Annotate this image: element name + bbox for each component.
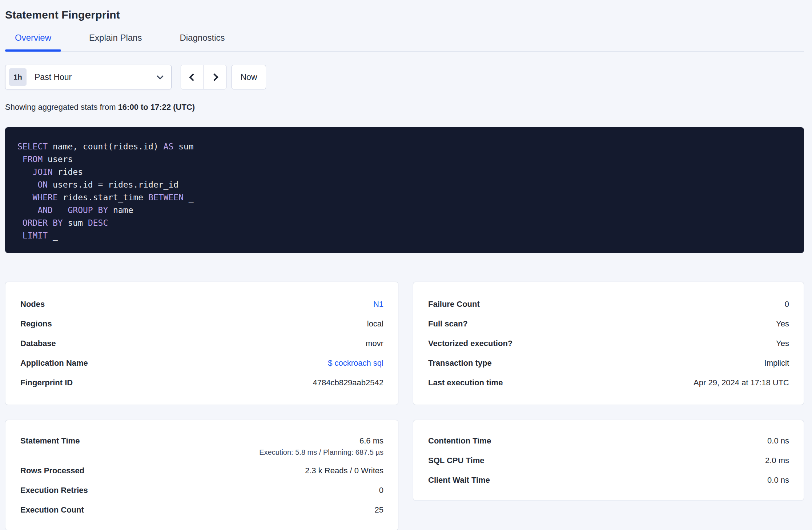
sql-token: rides.start_time bbox=[58, 193, 148, 202]
sql-token: name, count(rides.id) bbox=[48, 142, 164, 151]
aggregated-stats-line: Showing aggregated stats from 16:00 to 1… bbox=[5, 103, 804, 112]
tab-overview[interactable]: Overview bbox=[5, 33, 61, 51]
stat-value: 2.0 ms bbox=[765, 456, 789, 465]
stat-label: Transaction type bbox=[428, 358, 492, 368]
stat-value-link[interactable]: N1 bbox=[373, 300, 383, 309]
sql-keyword: FROM bbox=[23, 154, 43, 164]
tab-explain-plans[interactable]: Explain Plans bbox=[79, 33, 152, 51]
sql-keyword: BETWEEN bbox=[148, 193, 184, 202]
stat-label: Rows Processed bbox=[20, 466, 84, 475]
sql-token: rides bbox=[53, 167, 83, 177]
stat-label: Statement Time bbox=[20, 436, 80, 446]
sql-keyword: ORDER BY bbox=[23, 218, 63, 228]
stat-row: Rows Processed2.3 k Reads / 0 Writes bbox=[20, 466, 383, 475]
sql-token: users bbox=[43, 154, 73, 164]
stat-row: Execution Count25 bbox=[20, 505, 383, 515]
overview-card-right: Failure Count0Full scan?YesVectorized ex… bbox=[413, 282, 804, 405]
time-range-dropdown[interactable]: 1h Past Hour bbox=[5, 65, 172, 89]
stat-subvalue: Execution: 5.8 ms / Planning: 687.5 µs bbox=[20, 448, 383, 457]
sql-keyword: JOIN bbox=[33, 167, 53, 177]
stat-label: Last execution time bbox=[428, 378, 503, 388]
sql-keyword: GROUP BY bbox=[68, 205, 108, 215]
stat-value: 0.0 ns bbox=[767, 475, 789, 485]
stat-row: Application Name$ cockroach sql bbox=[20, 358, 383, 368]
stat-row: SQL CPU Time2.0 ms bbox=[428, 456, 789, 465]
stat-row: Contention Time0.0 ns bbox=[428, 436, 789, 446]
sql-statement-box: SELECT name, count(rides.id) AS sum FROM… bbox=[5, 127, 804, 253]
sql-line: LIMIT _ bbox=[17, 229, 791, 242]
time-controls: 1h Past Hour Now bbox=[5, 65, 804, 89]
overview-card-left: NodesN1RegionslocalDatabasemovrApplicati… bbox=[5, 282, 398, 405]
sql-token bbox=[17, 154, 23, 164]
sql-keyword: SELECT bbox=[17, 142, 48, 151]
stat-value: 25 bbox=[375, 505, 383, 515]
stat-value: local bbox=[367, 319, 383, 329]
stat-value: movr bbox=[366, 339, 383, 348]
page-title: Statement Fingerprint bbox=[5, 0, 804, 21]
stat-row: Client Wait Time0.0 ns bbox=[428, 475, 789, 485]
stat-label: Database bbox=[20, 339, 56, 348]
sql-keyword: WHERE bbox=[33, 193, 58, 202]
sql-line: FROM users bbox=[17, 153, 791, 166]
stat-row: Databasemovr bbox=[20, 339, 383, 348]
stat-label: Execution Count bbox=[20, 505, 84, 515]
tab-bar: OverviewExplain PlansDiagnostics bbox=[5, 33, 804, 52]
sql-line: ON users.id = rides.rider_id bbox=[17, 178, 791, 191]
chevron-down-icon bbox=[157, 73, 163, 79]
stat-label: SQL CPU Time bbox=[428, 456, 484, 465]
stat-label: Execution Retries bbox=[20, 486, 88, 495]
stat-label: Nodes bbox=[20, 300, 45, 309]
time-range-label: Past Hour bbox=[35, 72, 72, 82]
stat-label: Client Wait Time bbox=[428, 475, 490, 485]
sql-token: _ bbox=[53, 205, 68, 215]
stat-label: Regions bbox=[20, 319, 52, 329]
chevron-right-icon bbox=[210, 73, 218, 81]
stat-row: Failure Count0 bbox=[428, 300, 789, 309]
sql-line: WHERE rides.start_time BETWEEN _ bbox=[17, 191, 791, 204]
timing-card-left: Statement Time6.6 msExecution: 5.8 ms / … bbox=[5, 420, 398, 530]
sql-token bbox=[17, 193, 33, 202]
stat-row: Execution Retries0 bbox=[20, 486, 383, 495]
aggregated-stats-prefix: Showing aggregated stats from bbox=[5, 103, 118, 112]
stat-value: 4784cb829aab2542 bbox=[313, 378, 383, 388]
now-button[interactable]: Now bbox=[232, 65, 266, 89]
stat-row: Statement Time6.6 ms bbox=[20, 436, 383, 446]
sql-keyword: DESC bbox=[88, 218, 108, 228]
stat-row: Transaction typeImplicit bbox=[428, 358, 789, 368]
sql-keyword: AS bbox=[164, 142, 174, 151]
sql-token: sum bbox=[63, 218, 88, 228]
next-time-range-button[interactable] bbox=[204, 65, 226, 89]
stat-row: Last execution timeApr 29, 2024 at 17:18… bbox=[428, 378, 789, 388]
stat-row: Vectorized execution?Yes bbox=[428, 339, 789, 348]
stat-row: Regionslocal bbox=[20, 319, 383, 329]
sql-token: _ bbox=[184, 193, 194, 202]
statement-fingerprint-page: Statement Fingerprint OverviewExplain Pl… bbox=[0, 0, 812, 530]
stat-label: Application Name bbox=[20, 358, 88, 368]
sql-token bbox=[17, 218, 23, 228]
time-range-badge: 1h bbox=[9, 68, 27, 86]
stat-value: 0.0 ns bbox=[767, 436, 789, 446]
stat-label: Failure Count bbox=[428, 300, 480, 309]
stat-value-link[interactable]: $ cockroach sql bbox=[328, 358, 383, 368]
stat-value: Apr 29, 2024 at 17:18 UTC bbox=[694, 378, 789, 388]
stat-value: 6.6 ms bbox=[359, 436, 383, 446]
stat-value: Implicit bbox=[764, 358, 789, 368]
sql-token: sum bbox=[173, 142, 193, 151]
aggregated-stats-range: 16:00 to 17:22 (UTC) bbox=[118, 103, 195, 112]
stat-value: Yes bbox=[776, 339, 789, 348]
tab-diagnostics[interactable]: Diagnostics bbox=[170, 33, 234, 51]
previous-time-range-button[interactable] bbox=[181, 65, 204, 89]
sql-keyword: ON bbox=[37, 180, 48, 189]
stats-cards: NodesN1RegionslocalDatabasemovrApplicati… bbox=[5, 282, 804, 530]
chevron-left-icon bbox=[189, 73, 197, 81]
stat-value: 0 bbox=[379, 486, 383, 495]
sql-token bbox=[17, 180, 37, 189]
stat-label: Contention Time bbox=[428, 436, 491, 446]
stat-label: Full scan? bbox=[428, 319, 468, 329]
sql-line: JOIN rides bbox=[17, 166, 791, 178]
sql-token: _ bbox=[48, 231, 58, 240]
stat-label: Vectorized execution? bbox=[428, 339, 512, 348]
stat-value: Yes bbox=[776, 319, 789, 329]
sql-token: users.id = rides.rider_id bbox=[48, 180, 178, 189]
stat-label: Fingerprint ID bbox=[20, 378, 73, 388]
